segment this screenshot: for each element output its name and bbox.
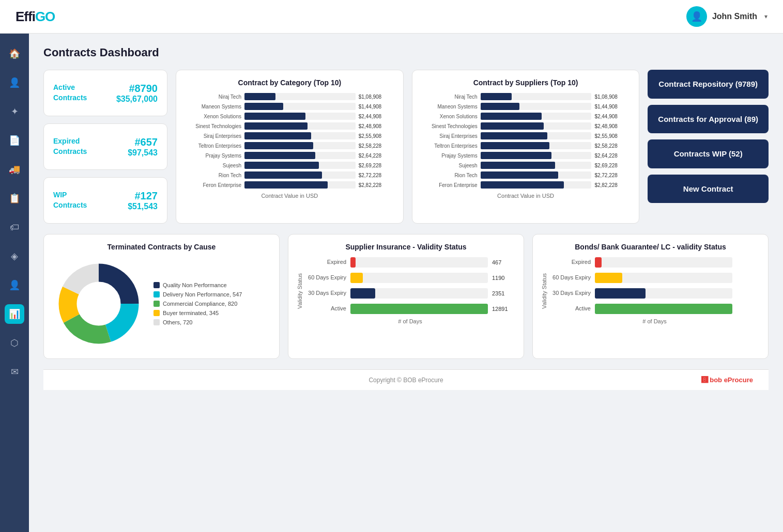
sidebar-item-users[interactable]: 👤 (5, 73, 24, 92)
category-chart-card: Contract by Category (Top 10) Niraj Tech… (176, 70, 404, 224)
active-contracts-values: #8790 $35,67,000 (116, 83, 158, 104)
suppliers-bar-chart: Niraj Tech $1,08,908 Maneon Systems $1,4… (421, 93, 631, 189)
bar-row: Rion Tech $2,72,228 (421, 171, 631, 179)
footer-brand: 🅱 bob eProcure (701, 376, 753, 384)
new-contract-button[interactable]: New Contract (648, 175, 769, 204)
bar-row: Teltron Enterprises $2,58,228 (421, 142, 631, 149)
bar-row: Sujeesh $2,69,228 (421, 162, 631, 169)
terminated-chart-title: Terminated Contracts by Cause (52, 243, 271, 251)
h-bar-row: Expired (549, 257, 760, 268)
bar-row: Xenon Solutions $2,44,908 (421, 113, 631, 120)
donut-chart (52, 257, 145, 350)
sidebar-item-doc[interactable]: 📄 (5, 131, 24, 150)
h-bar-row: 60 Days Expiry 1190 (305, 273, 515, 283)
bar-row: Siraj Enterprises $2,55,908 (421, 132, 631, 139)
bar-row: Feron Enterprise $2,82,228 (185, 181, 395, 189)
active-contracts-label: ActiveContracts (53, 83, 87, 103)
wip-contracts-amount: $51,543 (128, 202, 158, 211)
suppliers-chart-axis: Contract Value in USD (421, 193, 631, 199)
sidebar-item-diamond[interactable]: ◈ (5, 246, 24, 266)
top-section: ActiveContracts #8790 $35,67,000 Expired… (43, 70, 769, 224)
legend-item: Others, 720 (153, 319, 242, 325)
donut-legend: Quality Non Performance Delivery Non Per… (153, 282, 242, 325)
quick-actions: Contract Repository (9789) Contracts for… (648, 70, 769, 224)
terminated-chart-card: Terminated Contracts by Cause (43, 234, 280, 359)
stats-column: ActiveContracts #8790 $35,67,000 Expired… (43, 70, 167, 224)
legend-item: Quality Non Performance (153, 282, 242, 288)
category-chart-title: Contract by Category (Top 10) (185, 79, 395, 87)
layout: 🏠 👤 ✦ 📄 🚚 📋 🏷 ◈ 👤 📊 ⬡ ✉ Contracts Dashbo… (0, 34, 783, 532)
sidebar-item-person[interactable]: 👤 (5, 275, 24, 295)
logo: EffiGO (16, 9, 55, 25)
footer-copyright: Copyright © BOB eProcure (369, 377, 443, 384)
logo-effi: Effi (16, 9, 35, 24)
bar-row: Niraj Tech $1,08,908 (421, 93, 631, 100)
wip-contracts-count: #127 (128, 190, 158, 202)
expired-contracts-count: #657 (128, 136, 158, 148)
suppliers-chart-card: Contract by Suppliers (Top 10) Niraj Tec… (412, 70, 640, 224)
active-contracts-amount: $35,67,000 (116, 95, 158, 104)
h-bar-row: 30 Days Expiry 2351 (305, 288, 515, 299)
donut-wrapper: Quality Non Performance Delivery Non Per… (52, 257, 271, 350)
expired-contracts-amount: $97,543 (128, 148, 158, 158)
bonds-chart-inner: Validity Status Expired 60 Da (541, 257, 760, 324)
contracts-wip-button[interactable]: Contracts WIP (52) (648, 139, 769, 168)
insurance-bar-chart: Expired 467 60 Days Expiry (305, 257, 515, 314)
user-menu[interactable]: 👤 John Smith ▾ (686, 6, 767, 27)
footer: Copyright © BOB eProcure 🅱 bob eProcure (43, 369, 769, 390)
legend-item: Delivery Non Performance, 547 (153, 291, 242, 298)
category-bar-chart: Niraj Tech $1,08,908 Maneon Systems $1,4… (185, 93, 395, 189)
bar-row: Maneon Systems $1,44,908 (185, 103, 395, 110)
legend-item: Buyer terminated, 345 (153, 310, 242, 316)
h-bar-row: Active 12891 (305, 304, 515, 314)
chevron-down-icon: ▾ (764, 13, 767, 20)
expired-contracts-label: ExpiredContracts (53, 136, 87, 157)
active-contracts-card: ActiveContracts #8790 $35,67,000 (43, 70, 167, 116)
h-bar-row: Active (549, 304, 760, 314)
suppliers-chart-title: Contract by Suppliers (Top 10) (421, 79, 631, 87)
avatar: 👤 (686, 6, 707, 27)
bar-row: Teltron Enterprises $2,58,228 (185, 142, 395, 149)
bonds-x-axis: # of Days (549, 318, 760, 324)
svg-point-5 (78, 283, 119, 324)
bonds-y-axis: Validity Status (541, 273, 547, 309)
bonds-chart-title: Bonds/ Bank Guarantee/ LC - validity Sta… (541, 243, 760, 251)
contracts-approval-button[interactable]: Contracts for Approval (89) (648, 105, 769, 134)
insurance-chart-inner: Validity Status Expired 467 60 (297, 257, 515, 324)
insurance-chart-card: Supplier Insurance - Validity Status Val… (288, 234, 524, 359)
sidebar-item-mail[interactable]: ✉ (5, 362, 24, 382)
bar-row: Sujeesh $2,69,228 (185, 162, 395, 169)
sidebar-item-tag[interactable]: 🏷 (5, 217, 24, 237)
active-contracts-count: #8790 (116, 83, 158, 95)
sidebar: 🏠 👤 ✦ 📄 🚚 📋 🏷 ◈ 👤 📊 ⬡ ✉ (0, 34, 29, 532)
bar-row: Niraj Tech $1,08,908 (185, 93, 395, 100)
page-title: Contracts Dashboard (43, 46, 769, 59)
user-name: John Smith (712, 12, 757, 21)
main-content: Contracts Dashboard ActiveContracts #879… (29, 34, 783, 532)
bottom-row: Terminated Contracts by Cause (43, 234, 769, 359)
bar-row: Prajay Systems $2,64,228 (185, 152, 395, 159)
logo-go: GO (35, 9, 55, 24)
h-bar-row: 60 Days Expiry (549, 273, 760, 283)
wip-contracts-values: #127 $51,543 (128, 190, 158, 211)
bar-row: Sinest Technologies $2,48,908 (185, 122, 395, 130)
wip-contracts-label: WIPContracts (53, 190, 87, 210)
legend-item: Commercial Compliance, 820 (153, 301, 242, 307)
insurance-y-axis: Validity Status (297, 273, 303, 309)
bonds-bar-chart: Expired 60 Days Expiry (549, 257, 760, 314)
sidebar-item-clipboard[interactable]: 📋 (5, 189, 24, 208)
sidebar-item-dashboard[interactable]: 📊 (5, 304, 24, 324)
contract-repository-button[interactable]: Contract Repository (9789) (648, 70, 769, 99)
sidebar-item-network[interactable]: ⬡ (5, 333, 24, 353)
insurance-chart-title: Supplier Insurance - Validity Status (297, 243, 515, 251)
insurance-x-axis: # of Days (305, 318, 515, 324)
bar-row: Sinest Technologies $2,48,908 (421, 122, 631, 130)
h-bar-row: Expired 467 (305, 257, 515, 268)
bar-row: Prajay Systems $2,64,228 (421, 152, 631, 159)
bar-row: Xenon Solutions $2,44,908 (185, 113, 395, 120)
bonds-chart-card: Bonds/ Bank Guarantee/ LC - validity Sta… (532, 234, 769, 359)
sidebar-item-truck[interactable]: 🚚 (5, 160, 24, 179)
expired-contracts-values: #657 $97,543 (128, 136, 158, 158)
sidebar-item-star[interactable]: ✦ (5, 102, 24, 121)
sidebar-item-home[interactable]: 🏠 (5, 44, 24, 64)
